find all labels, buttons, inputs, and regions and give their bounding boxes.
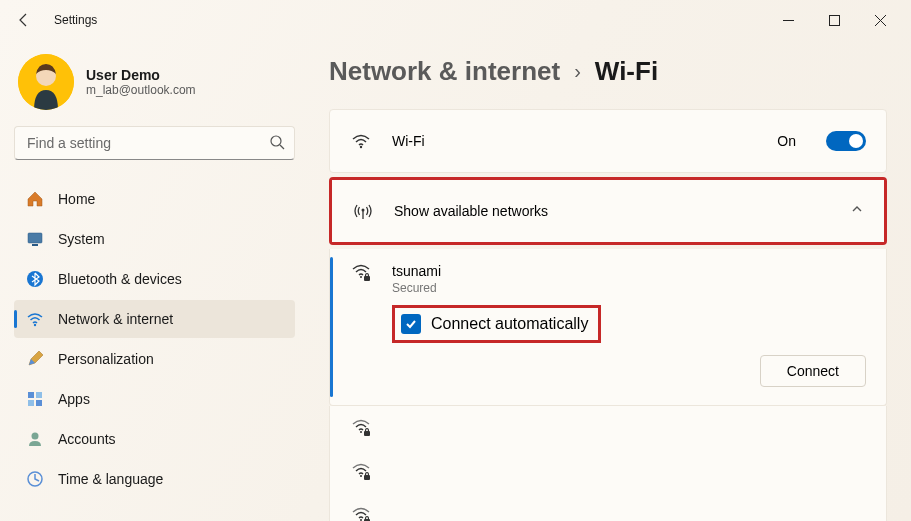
show-networks-label: Show available networks [394,203,830,219]
bluetooth-icon [26,270,44,288]
wifi-icon [26,310,44,328]
network-item-tsunami[interactable]: tsunami Secured Connect automatically Co… [329,249,887,406]
sidebar-item-label: Bluetooth & devices [58,271,182,287]
connect-automatically-row[interactable]: Connect automatically [392,305,601,343]
close-button[interactable] [857,4,903,36]
sidebar-item-system[interactable]: System [14,220,295,258]
sidebar-item-label: System [58,231,105,247]
wifi-secured-icon [350,263,372,295]
chevron-up-icon [850,202,864,220]
antenna-icon [352,201,374,221]
chevron-right-icon: › [574,60,581,83]
svg-rect-9 [32,244,38,246]
back-button[interactable] [8,4,40,36]
sidebar-item-label: Time & language [58,471,163,487]
minimize-button[interactable] [765,4,811,36]
user-account[interactable]: User Demo m_lab@outlook.com [18,54,295,110]
sidebar-item-personalization[interactable]: Personalization [14,340,295,378]
sidebar-item-label: Network & internet [58,311,173,327]
sidebar-item-time-language[interactable]: Time & language [14,460,295,498]
svg-rect-13 [36,392,42,398]
svg-point-21 [360,276,362,278]
svg-point-16 [32,433,39,440]
wifi-secured-icon [350,462,372,482]
show-networks-card[interactable]: Show available networks [329,177,887,245]
svg-rect-24 [364,431,370,436]
sidebar-item-network[interactable]: Network & internet [14,300,295,338]
sidebar-item-label: Home [58,191,95,207]
home-icon [26,190,44,208]
search-input[interactable] [14,126,295,160]
svg-point-23 [360,431,362,433]
user-email: m_lab@outlook.com [86,83,196,97]
svg-rect-15 [36,400,42,406]
network-item-other-2[interactable] [329,450,887,494]
personalization-icon [26,350,44,368]
svg-point-11 [34,324,36,326]
connect-button[interactable]: Connect [760,355,866,387]
avatar [18,54,74,110]
network-item-other-1[interactable] [329,406,887,450]
svg-rect-22 [364,276,370,281]
apps-icon [26,390,44,408]
wifi-state-text: On [777,133,796,149]
wifi-secured-icon [350,418,372,438]
svg-rect-1 [829,15,839,25]
svg-point-25 [360,475,362,477]
sidebar-item-label: Apps [58,391,90,407]
wifi-toggle[interactable] [826,131,866,151]
time-language-icon [26,470,44,488]
sidebar-item-label: Accounts [58,431,116,447]
svg-rect-12 [28,392,34,398]
wifi-label: Wi-Fi [392,133,757,149]
sidebar-item-label: Personalization [58,351,154,367]
breadcrumb: Network & internet › Wi-Fi [329,56,887,87]
breadcrumb-parent[interactable]: Network & internet [329,56,560,87]
network-name: tsunami [392,263,441,279]
sidebar-item-bluetooth[interactable]: Bluetooth & devices [14,260,295,298]
wifi-icon [350,131,372,151]
svg-rect-14 [28,400,34,406]
connect-auto-label: Connect automatically [431,315,588,333]
wifi-toggle-card: Wi-Fi On [329,109,887,173]
accounts-icon [26,430,44,448]
sidebar-item-home[interactable]: Home [14,180,295,218]
svg-point-27 [360,519,362,521]
window-title: Settings [54,13,97,27]
maximize-button[interactable] [811,4,857,36]
wifi-secured-icon [350,506,372,522]
svg-rect-26 [364,475,370,480]
sidebar-item-apps[interactable]: Apps [14,380,295,418]
connect-auto-checkbox[interactable] [401,314,421,334]
page-title: Wi-Fi [595,56,658,87]
svg-point-18 [360,146,362,148]
network-status: Secured [392,281,441,295]
sidebar-item-accounts[interactable]: Accounts [14,420,295,458]
svg-rect-8 [28,233,42,243]
user-name: User Demo [86,67,196,83]
system-icon [26,230,44,248]
network-item-other-3[interactable] [329,494,887,521]
